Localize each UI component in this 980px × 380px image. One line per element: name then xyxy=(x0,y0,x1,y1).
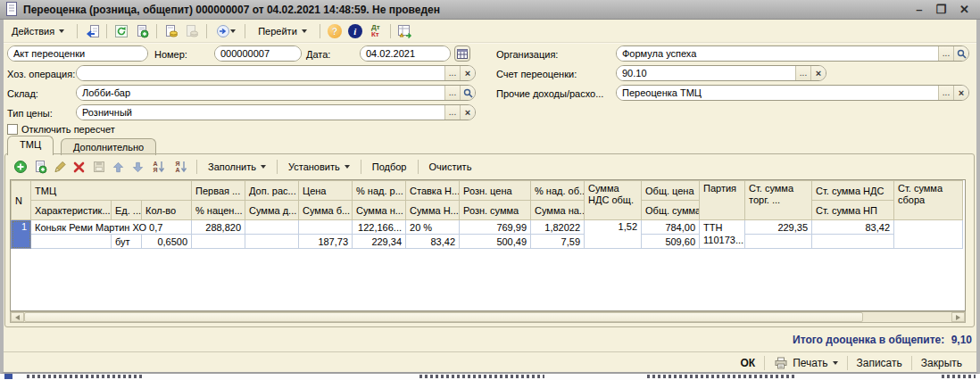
clear-button-label: Очистить xyxy=(429,161,472,172)
characteristic-cell[interactable] xyxy=(31,235,112,249)
chevron-down-icon xyxy=(833,361,838,365)
col-vat-rate: Ставка Н... xyxy=(406,181,460,201)
calendar-button[interactable] xyxy=(454,45,470,62)
close-button[interactable]: ✕ xyxy=(959,4,969,15)
clear-button[interactable]: Очистить xyxy=(424,160,478,174)
extra-costs-cell[interactable] xyxy=(245,220,299,235)
extra-sum-cell[interactable] xyxy=(245,235,299,249)
copy-row-icon[interactable] xyxy=(31,159,48,176)
old-np-sum-cell[interactable] xyxy=(812,235,894,249)
price-type-field[interactable]: Розничный ... × xyxy=(76,104,476,120)
old-trade-sum-cell-2[interactable] xyxy=(745,235,812,249)
help-icon[interactable]: ? xyxy=(326,22,344,40)
col-retail-price: Розн. цена xyxy=(460,181,531,201)
based-on-icon[interactable] xyxy=(212,22,239,40)
delete-row-icon[interactable] xyxy=(71,159,87,176)
horizontal-scrollbar[interactable] xyxy=(10,311,966,323)
copy-document-icon[interactable] xyxy=(133,22,151,40)
scrollbar-thumb[interactable] xyxy=(24,312,863,322)
retail-sum-cell[interactable]: 500,49 xyxy=(460,235,531,249)
base-sum-cell[interactable]: 187,73 xyxy=(299,235,353,249)
print-button[interactable]: Печать xyxy=(765,355,846,371)
col-retail-markup-pct: % над. р... xyxy=(353,181,406,201)
col-catering-markup-pct: % над. об... xyxy=(531,181,585,201)
save-button[interactable]: Записать xyxy=(848,355,911,371)
markup-pct-cell[interactable] xyxy=(192,235,245,249)
disable-recalc-checkbox[interactable] xyxy=(7,124,18,135)
vat-rate-cell[interactable]: 20 % xyxy=(406,220,460,235)
retail-markup-pct-cell[interactable]: 122,166... xyxy=(353,220,406,235)
close-form-button[interactable]: Закрыть xyxy=(912,355,971,371)
sort-asc-icon[interactable]: АЯ xyxy=(149,159,169,176)
set-menu-button[interactable]: Установить xyxy=(283,160,355,174)
goto-menu-button[interactable]: Перейти xyxy=(251,23,314,39)
sort-desc-icon[interactable]: ЯА xyxy=(171,159,191,176)
operation-clear-button[interactable]: × xyxy=(460,66,475,80)
organization-field[interactable]: Формула успеха ... xyxy=(616,45,969,62)
total-price-cell[interactable]: 784,00 xyxy=(642,220,700,235)
maximize-button[interactable]: ❐ xyxy=(935,4,946,15)
warehouse-select-button[interactable]: ... xyxy=(444,86,460,100)
other-income-field[interactable]: Переоценка ТМЦ ... × xyxy=(616,85,969,101)
totals-label: Итого дооценка в общепите: xyxy=(793,334,944,346)
move-up-icon[interactable] xyxy=(110,159,127,176)
edit-row-icon[interactable] xyxy=(51,159,68,176)
old-trade-sum-cell[interactable]: 229,35 xyxy=(745,220,812,235)
minimize-button[interactable]: – xyxy=(916,4,922,15)
other-income-select-button[interactable]: ... xyxy=(938,86,953,100)
row-number-cell[interactable]: 1 xyxy=(12,220,31,249)
old-vat-sum-cell[interactable]: 83,42 xyxy=(812,220,894,235)
movements-report-icon[interactable] xyxy=(396,22,414,40)
about-icon[interactable]: i xyxy=(346,22,364,40)
operation-label: Хоз. операция: xyxy=(7,69,75,79)
scroll-left-button[interactable] xyxy=(11,312,24,322)
batch-cell[interactable]: ТТН 110173... xyxy=(700,220,745,249)
account-select-button[interactable]: ... xyxy=(795,66,810,80)
vat-total-cell[interactable]: 1,52 xyxy=(585,220,642,249)
add-row-icon[interactable] xyxy=(12,159,29,176)
first-price-cell[interactable]: 288,820 xyxy=(192,220,245,235)
scroll-right-button[interactable] xyxy=(951,312,965,322)
catering-markup-pct-cell[interactable]: 1,82022 xyxy=(531,220,585,235)
vat-sum-cell[interactable]: 83,42 xyxy=(406,235,460,249)
organization-search-button[interactable] xyxy=(953,46,968,61)
account-clear-button[interactable]: × xyxy=(810,66,826,80)
total-sum-cell[interactable]: 509,60 xyxy=(642,235,700,249)
catering-markup-sum-cell[interactable]: 7,59 xyxy=(531,235,585,249)
markup-sum-cell[interactable]: 229,34 xyxy=(353,235,406,249)
number-field[interactable]: 000000007 xyxy=(214,45,302,62)
price-cell[interactable] xyxy=(299,220,353,235)
account-field[interactable]: 90.10 ... × xyxy=(616,65,826,81)
write-document-icon[interactable] xyxy=(83,22,101,40)
organization-label: Организация: xyxy=(496,49,558,60)
tmc-name-cell[interactable]: Коньяк Реми Мартин ХО 0,7 xyxy=(31,220,192,235)
warehouse-search-button[interactable] xyxy=(460,86,475,100)
unit-cell[interactable]: бут xyxy=(112,235,142,249)
refresh-icon[interactable] xyxy=(112,22,130,40)
organization-select-button[interactable]: ... xyxy=(938,46,953,61)
qty-cell[interactable]: 0,6500 xyxy=(142,235,192,249)
move-down-icon[interactable] xyxy=(129,159,146,176)
end-edit-icon[interactable] xyxy=(90,159,107,176)
tab-tmc[interactable]: ТМЦ xyxy=(7,136,54,155)
retail-price-cell[interactable]: 769,99 xyxy=(460,220,531,235)
other-income-clear-button[interactable]: × xyxy=(953,86,968,100)
old-fee-sum-cell[interactable] xyxy=(894,220,963,249)
price-type-clear-button[interactable]: × xyxy=(460,105,475,120)
chevron-down-icon xyxy=(345,165,350,169)
fill-menu-label: Заполнить xyxy=(208,161,256,172)
operation-select-button[interactable]: ... xyxy=(444,66,460,80)
fill-menu-button[interactable]: Заполнить xyxy=(203,160,271,174)
warehouse-field[interactable]: Лобби-бар ... xyxy=(76,85,476,101)
price-type-select-button[interactable]: ... xyxy=(444,105,460,120)
warehouse-value: Лобби-бар xyxy=(77,86,444,100)
actions-menu-button[interactable]: Действия xyxy=(4,23,71,39)
post-document-icon[interactable] xyxy=(162,22,180,40)
unpost-document-icon[interactable] xyxy=(183,22,201,40)
doc-type-field[interactable]: Акт переоценки xyxy=(7,45,148,62)
ok-button[interactable]: ОК xyxy=(732,355,765,371)
operation-field[interactable]: ... × xyxy=(76,65,476,81)
date-field[interactable]: 04.02.2021 xyxy=(360,45,451,62)
postings-icon[interactable]: ДтКт xyxy=(367,22,385,40)
pick-button[interactable]: Подбор xyxy=(367,160,412,174)
